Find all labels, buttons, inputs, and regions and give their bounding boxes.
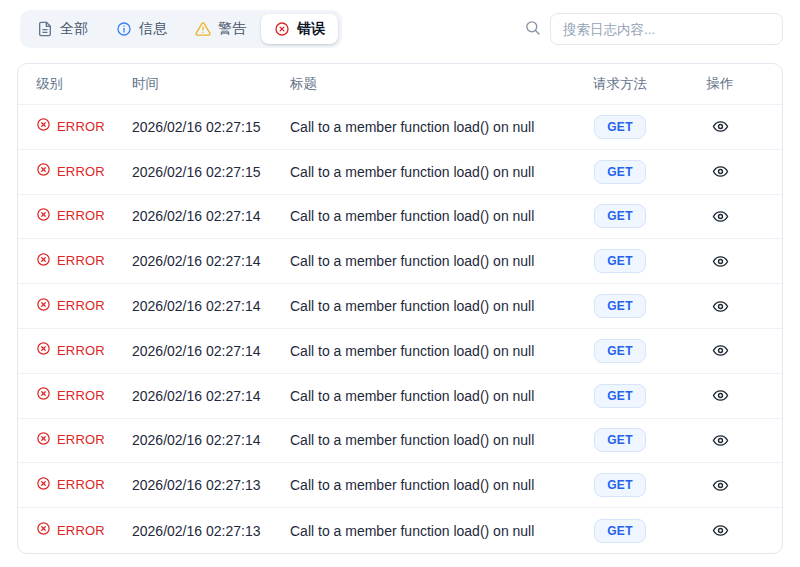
view-log-button[interactable]: [708, 204, 733, 229]
table-row: ERROR 2026/02/16 02:27:14 Call to a memb…: [18, 284, 782, 329]
row-time: 2026/02/16 02:27:14: [132, 388, 290, 404]
row-time: 2026/02/16 02:27:14: [132, 432, 290, 448]
view-log-button[interactable]: [708, 338, 733, 363]
level-badge: ERROR: [36, 431, 105, 449]
row-title: Call to a member function load() on null: [290, 298, 564, 314]
level-text: ERROR: [57, 432, 105, 447]
tab-all-label: 全部: [60, 20, 88, 38]
table-row: ERROR 2026/02/16 02:27:13 Call to a memb…: [18, 508, 782, 553]
row-time: 2026/02/16 02:27:13: [132, 477, 290, 493]
row-title: Call to a member function load() on null: [290, 164, 564, 180]
error-circle-icon: [36, 431, 51, 449]
table-row: ERROR 2026/02/16 02:27:14 Call to a memb…: [18, 329, 782, 374]
level-badge: ERROR: [36, 252, 105, 270]
row-time: 2026/02/16 02:27:13: [132, 523, 290, 539]
header-title: 标题: [290, 75, 564, 93]
error-circle-icon: [36, 341, 51, 359]
method-badge: GET: [594, 160, 646, 184]
view-log-button[interactable]: [708, 294, 733, 319]
level-badge: ERROR: [36, 162, 105, 180]
view-log-button[interactable]: [708, 114, 733, 139]
tab-info-label: 信息: [139, 20, 167, 38]
tab-warning-label: 警告: [218, 20, 246, 38]
row-title: Call to a member function load() on null: [290, 208, 564, 224]
level-badge: ERROR: [36, 386, 105, 404]
log-table-card: 级别 时间 标题 请求方法 操作 ERROR 2026/02/16 02:27:…: [17, 63, 783, 554]
eye-icon: [712, 392, 729, 407]
row-time: 2026/02/16 02:27:14: [132, 253, 290, 269]
view-log-button[interactable]: [708, 249, 733, 274]
level-text: ERROR: [57, 164, 105, 179]
search-icon: [524, 19, 541, 40]
error-circle-icon: [36, 252, 51, 270]
method-badge: GET: [594, 204, 646, 228]
error-circle-icon: [36, 476, 51, 494]
tab-info[interactable]: 信息: [103, 14, 180, 44]
header-level: 级别: [36, 75, 132, 93]
row-title: Call to a member function load() on null: [290, 523, 564, 539]
view-log-button[interactable]: [708, 518, 733, 543]
row-time: 2026/02/16 02:27:14: [132, 208, 290, 224]
method-badge: GET: [594, 339, 646, 363]
level-text: ERROR: [57, 298, 105, 313]
error-icon: [274, 21, 290, 37]
row-time: 2026/02/16 02:27:15: [132, 119, 290, 135]
error-circle-icon: [36, 162, 51, 180]
table-row: ERROR 2026/02/16 02:27:13 Call to a memb…: [18, 463, 782, 508]
level-badge: ERROR: [36, 476, 105, 494]
search-area: [524, 13, 783, 45]
row-title: Call to a member function load() on null: [290, 253, 564, 269]
toolbar: 全部 信息 警告: [20, 10, 783, 48]
tab-error[interactable]: 错误: [261, 14, 338, 44]
table-row: ERROR 2026/02/16 02:27:15 Call to a memb…: [18, 105, 782, 150]
table-header-row: 级别 时间 标题 请求方法 操作: [18, 64, 782, 105]
eye-icon: [712, 482, 729, 497]
error-circle-icon: [36, 386, 51, 404]
row-time: 2026/02/16 02:27:14: [132, 343, 290, 359]
error-circle-icon: [36, 521, 51, 539]
row-title: Call to a member function load() on null: [290, 477, 564, 493]
table-row: ERROR 2026/02/16 02:27:14 Call to a memb…: [18, 374, 782, 419]
level-text: ERROR: [57, 523, 105, 538]
eye-icon: [712, 347, 729, 362]
error-circle-icon: [36, 207, 51, 225]
header-action: 操作: [676, 75, 764, 93]
search-input[interactable]: [550, 13, 783, 45]
table-body: ERROR 2026/02/16 02:27:15 Call to a memb…: [18, 105, 782, 553]
view-log-button[interactable]: [708, 473, 733, 498]
tab-warning[interactable]: 警告: [182, 14, 259, 44]
eye-icon: [712, 213, 729, 228]
warning-icon: [195, 21, 211, 37]
view-log-button[interactable]: [708, 428, 733, 453]
log-filter-tab-group: 全部 信息 警告: [20, 10, 342, 48]
eye-icon: [712, 258, 729, 273]
eye-icon: [712, 123, 729, 138]
tab-all[interactable]: 全部: [24, 14, 101, 44]
view-log-button[interactable]: [708, 383, 733, 408]
level-text: ERROR: [57, 119, 105, 134]
level-badge: ERROR: [36, 521, 105, 539]
row-time: 2026/02/16 02:27:14: [132, 298, 290, 314]
row-time: 2026/02/16 02:27:15: [132, 164, 290, 180]
document-icon: [37, 21, 53, 37]
error-circle-icon: [36, 297, 51, 315]
level-text: ERROR: [57, 477, 105, 492]
header-time: 时间: [132, 75, 290, 93]
row-title: Call to a member function load() on null: [290, 343, 564, 359]
method-badge: GET: [594, 473, 646, 497]
method-badge: GET: [594, 428, 646, 452]
tab-error-label: 错误: [297, 20, 325, 38]
level-text: ERROR: [57, 343, 105, 358]
table-row: ERROR 2026/02/16 02:27:14 Call to a memb…: [18, 239, 782, 284]
eye-icon: [712, 303, 729, 318]
level-badge: ERROR: [36, 341, 105, 359]
method-badge: GET: [594, 249, 646, 273]
table-row: ERROR 2026/02/16 02:27:15 Call to a memb…: [18, 150, 782, 195]
eye-icon: [712, 527, 729, 542]
level-badge: ERROR: [36, 297, 105, 315]
view-log-button[interactable]: [708, 159, 733, 184]
eye-icon: [712, 437, 729, 452]
row-title: Call to a member function load() on null: [290, 432, 564, 448]
table-row: ERROR 2026/02/16 02:27:14 Call to a memb…: [18, 195, 782, 240]
header-method: 请求方法: [564, 75, 676, 93]
